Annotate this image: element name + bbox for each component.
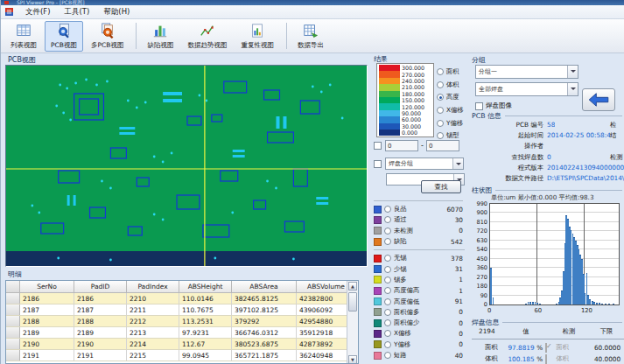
radio-icon[interactable] [384, 228, 391, 234]
legend-item-10[interactable]: 面积偏少0 [374, 318, 465, 328]
row-selector[interactable] [6, 316, 20, 326]
radio-icon[interactable] [384, 287, 391, 294]
toolbar-button-pcb-view[interactable]: PCB视图 [45, 21, 83, 52]
toolbar-button-data-trend-view[interactable]: 数据趋势视图 [181, 21, 233, 52]
scroll-up-icon[interactable]: ▲ [348, 282, 357, 290]
radio-icon[interactable] [384, 206, 391, 213]
color-scale-band [379, 71, 400, 77]
radio-icon[interactable] [384, 309, 391, 316]
legend-item-9[interactable]: 面积偏多0 [374, 307, 465, 318]
legend-item-label: 面积偏少 [394, 318, 459, 327]
legend-item-1[interactable]: 通过30 [374, 214, 465, 225]
group-select[interactable]: 分组一 [475, 65, 578, 79]
legend-item-5[interactable]: 少锡31 [374, 263, 465, 274]
range-to-input[interactable]: 0 [426, 140, 459, 151]
metric-label: Y偏移 [446, 119, 463, 128]
table-cell: 113.2531 [179, 316, 232, 326]
radio-icon[interactable] [437, 81, 444, 88]
color-scale-value: 300.000 [402, 65, 424, 71]
detail-table-scrollbar[interactable]: ▲ ▼ [347, 281, 358, 364]
metric-option-2[interactable]: 高度 [437, 91, 464, 104]
scrollbar-thumb[interactable] [348, 292, 357, 312]
pad-image-checkbox[interactable] [475, 102, 483, 110]
toolbar-button-multi-pcb-view[interactable]: 多PCB视图 [85, 21, 130, 52]
radio-icon[interactable] [437, 94, 444, 101]
grid-line-v [536, 204, 537, 304]
table-row[interactable]: 218821882212113.253137929242954880 [6, 316, 358, 327]
legend-item-4[interactable]: 无锡378 [374, 253, 465, 263]
pcb-info-row-5: 数据文件路径D:\ETSPI\SPCData\2014\2\1006.pvl [470, 173, 624, 184]
radio-icon[interactable] [384, 216, 391, 223]
chevron-down-icon[interactable] [567, 66, 578, 78]
radio-icon[interactable] [384, 330, 391, 337]
radio-icon[interactable] [437, 68, 444, 75]
toolbar-button-data-export[interactable]: 数据导出 [291, 21, 330, 52]
radio-icon[interactable] [384, 341, 391, 348]
radio-icon[interactable] [384, 319, 391, 326]
chevron-down-icon[interactable] [567, 83, 578, 95]
pad-group-select[interactable]: 焊盘分组 [385, 158, 464, 170]
metric-option-0[interactable]: 面积 [437, 66, 464, 79]
pad-info-columns: 2194 值 检测 下限 [473, 327, 624, 336]
column-header-PadID: PadID [74, 281, 127, 292]
table-row[interactable]: 218621862210110.0146382465.812542382800 [6, 293, 358, 304]
toolbar-separator [136, 23, 137, 49]
legend-item-11[interactable]: X偏移0 [374, 328, 465, 339]
histogram-bar [613, 304, 614, 304]
radio-icon[interactable] [384, 298, 391, 305]
table-row[interactable]: 219021902214112.67380523.687542873892 [6, 339, 358, 350]
table-row[interactable]: 218721872211110.7675397102.812543906092 [6, 304, 358, 316]
table-row[interactable]: 21892189221397.9231366746.031235912918 [6, 327, 358, 339]
radio-icon[interactable] [437, 132, 444, 139]
table-row[interactable]: 21912191221599.0945365721.187536240948 [6, 350, 358, 361]
menu-item-1[interactable]: 工具(T) [58, 5, 97, 19]
pcb-info-row-4: 程式版本2014022413094000000200 [470, 163, 624, 173]
radio-icon[interactable] [384, 266, 391, 273]
toolbar-button-list-view[interactable]: 列表视图 [4, 21, 43, 52]
metric-option-3[interactable]: X偏移 [437, 104, 464, 117]
range-from-input[interactable]: 0 [385, 140, 418, 151]
chevron-down-icon[interactable] [452, 158, 463, 169]
row-selector[interactable] [6, 304, 20, 315]
radio-icon[interactable] [384, 238, 391, 245]
metric-option-4[interactable]: Y偏移 [437, 116, 464, 130]
radio-icon[interactable] [384, 276, 391, 284]
pads-select[interactable]: 全部焊盘 [475, 82, 578, 96]
row-selector[interactable] [6, 293, 20, 304]
color-scale-row: 60.000 [379, 116, 431, 122]
legend-item-3[interactable]: 缺陷542 [374, 236, 465, 247]
metric-option-1[interactable]: 体积 [437, 79, 464, 92]
pad-group-checkbox[interactable] [374, 160, 382, 168]
radio-icon[interactable] [384, 255, 391, 262]
row-selector[interactable] [6, 339, 20, 349]
scroll-down-icon[interactable]: ▼ [348, 355, 357, 364]
menu-item-2[interactable]: 帮助(H) [96, 5, 137, 19]
pcb-canvas[interactable] [5, 65, 368, 267]
color-scale-band [379, 97, 400, 103]
back-button[interactable] [582, 88, 615, 111]
menu-item-0[interactable]: 文件(F) [18, 5, 58, 19]
radio-icon[interactable] [437, 107, 444, 114]
row-selector[interactable] [6, 350, 20, 360]
radio-icon[interactable] [437, 120, 444, 127]
legend-item-12[interactable]: Y偏移0 [374, 340, 465, 350]
search-button[interactable]: 查找 [421, 180, 461, 193]
legend-item-0[interactable]: 良品6070 [374, 204, 465, 214]
legend-item-8[interactable]: 高度偏低91 [374, 296, 465, 306]
table-cell: 2189 [74, 327, 127, 338]
toolbar-button-repeatability-view[interactable]: 重复性视图 [235, 21, 280, 52]
pad-check-checkbox[interactable] [545, 354, 547, 364]
pad-check-checkbox[interactable] [545, 343, 547, 353]
results-panel: 结果 300.000270.000240.000210.000180.00015… [372, 53, 466, 364]
toolbar-button-label: 多PCB视图 [91, 41, 123, 50]
radio-icon[interactable] [384, 352, 391, 359]
legend-item-2[interactable]: 未检测0 [374, 226, 465, 236]
legend-item-count: 91 [455, 298, 465, 305]
table-cell: 379292 [232, 316, 297, 326]
legend-item-7[interactable]: 高度偏高1 [374, 285, 465, 296]
legend-item-13[interactable]: 短路40 [374, 350, 465, 360]
row-selector[interactable] [6, 327, 20, 338]
range-filter-checkbox[interactable] [374, 142, 382, 150]
legend-item-6[interactable]: 锡多1 [374, 275, 465, 285]
toolbar-button-defect-view[interactable]: 缺陷视图 [141, 21, 179, 52]
